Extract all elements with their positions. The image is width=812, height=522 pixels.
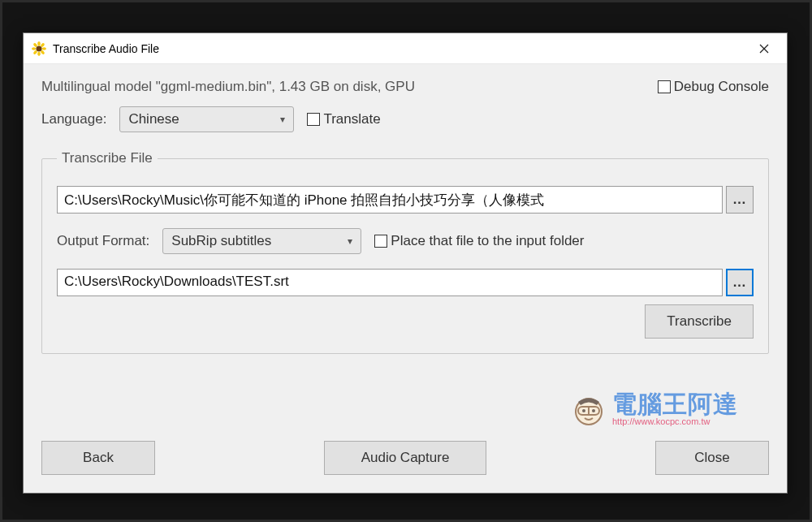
place-in-folder-checkbox[interactable]: Place that file to the input folder xyxy=(374,233,584,249)
titlebar: Transcribe Audio File xyxy=(24,33,787,64)
sunflower-icon xyxy=(32,41,46,56)
transcribe-button[interactable]: Transcribe xyxy=(645,304,754,339)
browse-output-button[interactable]: … xyxy=(726,269,754,296)
language-label: Language: xyxy=(41,111,106,127)
language-value: Chinese xyxy=(128,111,179,127)
audio-capture-button[interactable]: Audio Capture xyxy=(324,441,486,475)
transcribe-file-group: Transcribe File C:\Users\Rocky\Music\你可能… xyxy=(41,150,769,354)
language-select[interactable]: Chinese ▾ xyxy=(119,106,294,132)
translate-checkbox[interactable]: Translate xyxy=(307,111,380,127)
browse-input-button[interactable]: … xyxy=(726,186,754,214)
back-button[interactable]: Back xyxy=(41,441,155,475)
close-button[interactable]: Close xyxy=(655,441,769,475)
output-format-value: SubRip subtitles xyxy=(171,233,271,249)
model-info-label: Multilingual model "ggml-medium.bin", 1.… xyxy=(41,79,658,95)
chevron-down-icon: ▾ xyxy=(280,114,285,125)
translate-label: Translate xyxy=(323,111,380,127)
debug-console-label: Debug Console xyxy=(674,79,769,95)
checkbox-icon xyxy=(658,80,671,93)
svg-point-1 xyxy=(37,41,41,45)
close-icon xyxy=(759,44,769,54)
checkbox-icon xyxy=(374,235,387,248)
window-close-button[interactable] xyxy=(746,37,782,61)
transcribe-dialog: Transcribe Audio File Multilingual model… xyxy=(23,32,788,494)
svg-point-4 xyxy=(42,47,46,50)
input-path-field[interactable]: C:\Users\Rocky\Music\你可能不知道的 iPhone 拍照自拍… xyxy=(57,186,723,214)
checkbox-icon xyxy=(307,113,320,126)
output-format-label: Output Format: xyxy=(57,233,149,249)
group-legend: Transcribe File xyxy=(57,150,158,166)
debug-console-checkbox[interactable]: Debug Console xyxy=(658,79,769,95)
window-title: Transcribe Audio File xyxy=(53,42,746,55)
svg-point-2 xyxy=(37,51,41,55)
svg-point-0 xyxy=(36,45,41,51)
svg-point-3 xyxy=(32,47,36,50)
output-format-select[interactable]: SubRip subtitles ▾ xyxy=(162,228,361,254)
chevron-down-icon: ▾ xyxy=(348,235,352,247)
place-in-folder-label: Place that file to the input folder xyxy=(391,233,584,249)
output-path-field[interactable]: C:\Users\Rocky\Downloads\TEST.srt xyxy=(57,269,723,296)
